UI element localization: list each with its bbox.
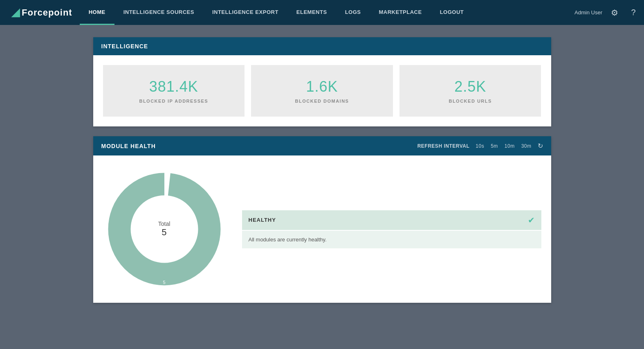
refresh-interval-10s[interactable]: 10s (473, 142, 486, 150)
nav-link-elements[interactable]: ELEMENTS (287, 0, 336, 25)
intelligence-card: INTELLIGENCE 381.4KBLOCKED IP ADDRESSES1… (93, 37, 551, 126)
module-health-card: MODULE HEALTH REFRESH INTERVAL 10s5m10m3… (93, 136, 551, 303)
brand-logo[interactable]: ◢ Forcepoint (4, 6, 80, 19)
donut-chart: Total 5 5 (103, 168, 226, 290)
nav-link-home[interactable]: HOME (80, 0, 114, 25)
donut-total-value: 5 (158, 227, 171, 238)
refresh-controls: REFRESH INTERVAL 10s5m10m30m↻ (417, 142, 543, 150)
stat-label-1: BLOCKED DOMAINS (295, 99, 349, 104)
nav-link-intelligence-export[interactable]: INTELLIGENCE EXPORT (203, 0, 287, 25)
nav-link-logout[interactable]: LOGOUT (431, 0, 473, 25)
health-check-icon: ✔ (528, 215, 535, 225)
stat-label-2: BLOCKED URLS (449, 99, 491, 104)
stat-value-1: 1.6K (306, 78, 338, 95)
navbar: ◢ Forcepoint HOMEINTELLIGENCE SOURCESINT… (0, 0, 644, 25)
intelligence-card-body: 381.4KBLOCKED IP ADDRESSES1.6KBLOCKED DO… (93, 55, 551, 126)
donut-label: Total 5 (158, 221, 171, 238)
health-panel: HEALTHY ✔ All modules are currently heal… (242, 210, 541, 248)
nav-right-section: Admin User ⚙ ? (574, 6, 640, 19)
module-health-title: MODULE HEALTH (101, 143, 156, 149)
brand-name: Forcepoint (22, 7, 72, 18)
stat-box-1: 1.6KBLOCKED DOMAINS (251, 65, 393, 117)
settings-button[interactable]: ⚙ (608, 6, 621, 19)
refresh-interval-10m[interactable]: 10m (503, 142, 517, 150)
health-status-box: HEALTHY ✔ (242, 210, 541, 230)
stat-box-2: 2.5KBLOCKED URLS (399, 65, 541, 117)
nav-link-intelligence-sources[interactable]: INTELLIGENCE SOURCES (114, 0, 203, 25)
stat-label-0: BLOCKED IP ADDRESSES (139, 99, 208, 104)
intelligence-title: INTELLIGENCE (101, 43, 148, 50)
donut-total-label: Total (158, 221, 171, 227)
health-message-box: All modules are currently healthy. (242, 231, 541, 248)
refresh-interval-5m[interactable]: 5m (489, 142, 500, 150)
module-health-body: Total 5 5 HEALTHY ✔ All modules are curr… (93, 155, 551, 303)
stats-grid: 381.4KBLOCKED IP ADDRESSES1.6KBLOCKED DO… (103, 65, 541, 117)
health-status-label: HEALTHY (249, 217, 276, 223)
donut-segment-label: 5 (163, 280, 165, 285)
refresh-icon-button[interactable]: ↻ (538, 142, 543, 150)
logo-icon: ◢ (11, 6, 20, 19)
refresh-interval-label: REFRESH INTERVAL (417, 143, 470, 149)
module-health-card-header: MODULE HEALTH REFRESH INTERVAL 10s5m10m3… (93, 136, 551, 155)
main-content: INTELLIGENCE 381.4KBLOCKED IP ADDRESSES1… (77, 25, 568, 325)
nav-link-marketplace[interactable]: MARKETPLACE (370, 0, 431, 25)
nav-links: HOMEINTELLIGENCE SOURCESINTELLIGENCE EXP… (80, 0, 574, 25)
help-button[interactable]: ? (627, 6, 640, 19)
health-message: All modules are currently healthy. (249, 236, 327, 243)
stat-value-0: 381.4K (149, 78, 198, 95)
stat-value-2: 2.5K (454, 78, 486, 95)
admin-user-label: Admin User (574, 9, 602, 16)
refresh-interval-30m[interactable]: 30m (519, 142, 534, 150)
nav-link-logs[interactable]: LOGS (336, 0, 370, 25)
stat-box-0: 381.4KBLOCKED IP ADDRESSES (103, 65, 245, 117)
intelligence-card-header: INTELLIGENCE (93, 37, 551, 55)
